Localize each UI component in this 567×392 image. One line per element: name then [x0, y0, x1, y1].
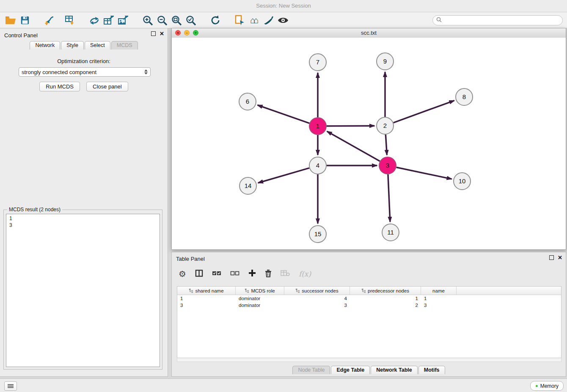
cell-predecessor-nodes[interactable]: 1: [350, 295, 421, 302]
svg-text:3: 3: [386, 162, 389, 169]
cell-successor-nodes[interactable]: 4: [284, 295, 350, 302]
cell-name[interactable]: 3: [421, 302, 457, 309]
column-header-mcds-role[interactable]: MCDS role: [236, 287, 284, 295]
cell-successor-nodes[interactable]: 3: [284, 302, 350, 309]
graph-edge-1-6[interactable]: [258, 105, 310, 123]
table-settings-button[interactable]: ⚙: [179, 270, 186, 278]
graph-edge-1-2[interactable]: [327, 126, 374, 126]
tab-motifs[interactable]: Motifs: [418, 366, 445, 374]
run-mcds-button[interactable]: Run MCDS: [39, 82, 80, 91]
graph-node-11[interactable]: 11: [382, 224, 399, 241]
float-panel-icon[interactable]: [151, 31, 156, 36]
optimization-criterion-label: Optimization criterion:: [0, 58, 168, 64]
network-graph-svg: 1234678910111415: [172, 38, 566, 249]
export-image-button[interactable]: [116, 14, 130, 27]
mcds-result-text[interactable]: 1 3: [6, 214, 160, 367]
graph-node-3[interactable]: 3: [379, 157, 396, 174]
create-column-button[interactable]: [248, 269, 256, 279]
network-window: ✕ − + scc.txt 1234678910111415: [171, 28, 566, 250]
save-session-button[interactable]: [18, 14, 32, 27]
window-minimize-button[interactable]: −: [184, 30, 190, 36]
cell-name[interactable]: 1: [421, 295, 457, 302]
cell-mcds-role[interactable]: dominator: [236, 302, 284, 309]
network-window-titlebar[interactable]: ✕ − + scc.txt: [172, 28, 566, 38]
toggle-details-button[interactable]: [276, 14, 290, 27]
zoom-fit-button[interactable]: [169, 14, 184, 27]
export-network-button[interactable]: [233, 14, 247, 27]
home-button[interactable]: ⌂⌂: [247, 14, 261, 27]
control-panel-tabs: Network Style Select MCDS: [0, 41, 168, 50]
svg-text:7: 7: [316, 58, 319, 66]
column-header-predecessor-nodes[interactable]: predecessor nodes: [350, 287, 421, 295]
window-close-button[interactable]: ✕: [175, 30, 181, 36]
open-file-button[interactable]: [3, 14, 18, 27]
network-canvas[interactable]: 1234678910111415: [172, 38, 566, 249]
float-table-panel-icon[interactable]: [549, 255, 554, 260]
tab-select[interactable]: Select: [85, 41, 110, 50]
cell-shared-name[interactable]: 1: [177, 295, 236, 302]
refresh-view-button[interactable]: [208, 14, 223, 27]
column-header-shared-name[interactable]: shared name: [177, 287, 236, 295]
graph-edge-4-14[interactable]: [258, 168, 309, 183]
zoom-in-icon: [142, 15, 153, 26]
svg-text:6: 6: [246, 98, 249, 105]
unselect-all-columns-button[interactable]: [230, 270, 239, 278]
tab-node-table[interactable]: Node Table: [292, 366, 330, 374]
tab-network[interactable]: Network: [30, 41, 60, 50]
status-bar: ● Memory: [0, 378, 567, 392]
graph-node-14[interactable]: 14: [239, 177, 256, 194]
svg-text:8: 8: [462, 93, 466, 100]
graph-edge-3-11[interactable]: [388, 174, 390, 222]
graph-node-8[interactable]: 8: [456, 88, 473, 105]
zoom-selected-button[interactable]: [184, 14, 198, 27]
table-panel-tabs: Node Table Edge Table Network Table Moti…: [172, 366, 566, 374]
close-table-panel-icon[interactable]: ✕: [558, 256, 562, 260]
zoom-out-button[interactable]: [155, 14, 169, 27]
select-all-columns-button[interactable]: [212, 270, 221, 278]
import-table-from-file-button[interactable]: [63, 14, 77, 27]
import-network-from-file-button[interactable]: [42, 14, 57, 27]
memory-button[interactable]: ● Memory: [530, 381, 564, 391]
table-row[interactable]: 3 dominator 3 2 3: [177, 302, 561, 309]
graph-node-10[interactable]: 10: [454, 173, 471, 190]
new-network-button[interactable]: [87, 14, 102, 27]
graph-edge-2-8[interactable]: [394, 101, 454, 123]
tab-edge-table[interactable]: Edge Table: [331, 366, 370, 374]
show-columns-button[interactable]: [195, 269, 203, 279]
search-input[interactable]: [444, 17, 559, 24]
close-panel-icon[interactable]: ✕: [160, 32, 164, 36]
tab-style[interactable]: Style: [61, 41, 84, 50]
svg-text:11: 11: [387, 229, 394, 236]
criterion-select[interactable]: strongly connected component: [19, 67, 151, 77]
graph-node-15[interactable]: 15: [309, 226, 326, 243]
tab-network-table[interactable]: Network Table: [371, 366, 418, 374]
graph-node-9[interactable]: 9: [377, 53, 394, 70]
export-table-button[interactable]: [102, 14, 116, 27]
graph-node-6[interactable]: 6: [239, 93, 256, 110]
close-panel-button[interactable]: Close panel: [86, 82, 128, 91]
graph-edge-3-10[interactable]: [396, 167, 452, 179]
graph-node-2[interactable]: 2: [377, 117, 394, 134]
graph-node-7[interactable]: 7: [309, 54, 326, 71]
graph-node-1[interactable]: 1: [309, 118, 326, 135]
task-history-button[interactable]: [4, 381, 17, 391]
result-line: 1: [9, 215, 157, 222]
graph-edge-2-3[interactable]: [385, 135, 387, 155]
cell-mcds-role[interactable]: dominator: [236, 295, 284, 302]
graph-edge-3-1[interactable]: [327, 131, 380, 161]
window-zoom-button[interactable]: +: [193, 30, 198, 36]
graph-node-4[interactable]: 4: [309, 157, 326, 174]
tab-mcds[interactable]: MCDS: [111, 41, 138, 50]
svg-text:1: 1: [316, 122, 319, 130]
cell-predecessor-nodes[interactable]: 2: [350, 302, 421, 309]
node-table-header: shared name MCDS role successor nodes pr…: [177, 287, 561, 295]
delete-column-button[interactable]: [265, 269, 272, 279]
column-header-successor-nodes[interactable]: successor nodes: [284, 287, 350, 295]
toolbar-search[interactable]: [432, 15, 563, 25]
cell-shared-name[interactable]: 3: [177, 302, 236, 309]
annotation-mode-button[interactable]: [261, 14, 276, 27]
table-horizontal-scrollbar[interactable]: [177, 358, 561, 362]
zoom-in-button[interactable]: [140, 14, 155, 27]
table-row[interactable]: 1 dominator 4 1 1: [177, 295, 561, 302]
column-header-name[interactable]: name: [421, 287, 457, 295]
